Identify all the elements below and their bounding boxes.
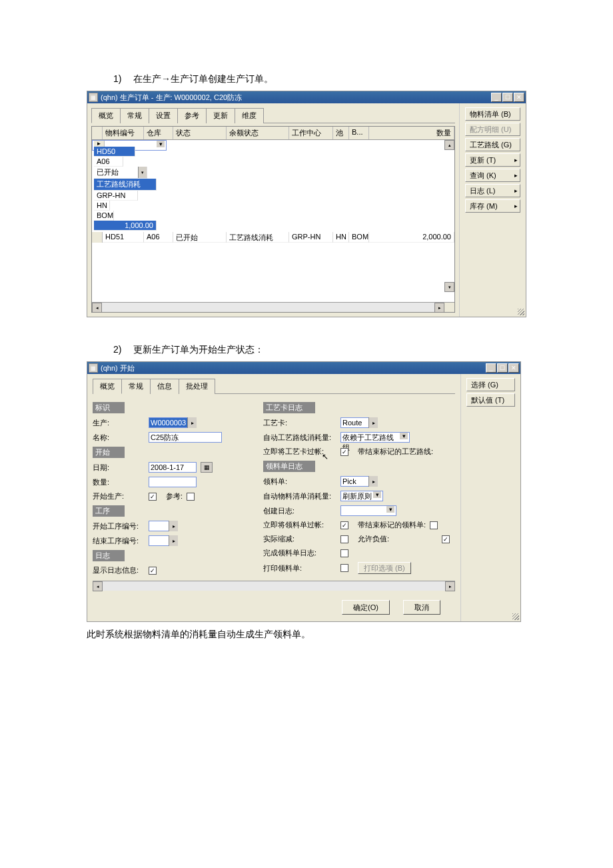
tab-general[interactable]: 常规 xyxy=(120,108,149,123)
col-workcenter[interactable]: 工作中心 xyxy=(289,127,333,139)
status-dropdown-icon[interactable]: ▾ xyxy=(138,167,147,178)
col-status[interactable]: 状态 xyxy=(173,127,227,139)
sec-routecard-label: 工艺卡日志 xyxy=(263,402,315,413)
sec-id-label: 标识 xyxy=(93,402,125,413)
qty-input[interactable] xyxy=(149,477,197,487)
route-label: 工艺卡: xyxy=(263,418,336,428)
side-update-button[interactable]: 更新 (T) xyxy=(465,153,520,167)
step-1-text: 1)在生产→生产订单创建生产订单。 xyxy=(87,73,526,85)
side-bom-button[interactable]: 物料清单 (B) xyxy=(465,107,520,121)
ref-checkbox[interactable] xyxy=(187,493,195,501)
window-title-1: (qhn) 生产订单 - 生产: W0000002, C20防冻 xyxy=(101,93,491,103)
scroll-down-icon[interactable]: ▾ xyxy=(444,282,454,292)
side-select-button[interactable]: 选择 (G) xyxy=(466,378,515,391)
tab-dimension[interactable]: 维度 xyxy=(235,108,264,123)
scroll-left-icon[interactable]: ◂ xyxy=(93,581,103,591)
lookup-icon[interactable]: ▸ xyxy=(187,417,197,428)
startprod-checkbox[interactable]: ✓ xyxy=(149,493,157,501)
createlog-label: 创建日志: xyxy=(263,506,336,516)
ok-button[interactable]: 确定(O) xyxy=(342,600,390,615)
grid-row-1[interactable]: HD51 A06 已开始 工艺路线消耗 GRP-HN HN BOM 2,000.… xyxy=(92,232,454,243)
neg-checkbox[interactable]: ✓ xyxy=(442,535,450,543)
print-options-button: 打印选项 (B) xyxy=(358,562,411,574)
close-button[interactable]: ✕ xyxy=(508,363,519,373)
tab-batch-2[interactable]: 批处理 xyxy=(179,379,215,394)
scroll-right-icon[interactable]: ▸ xyxy=(434,303,444,313)
side-route-button[interactable]: 工艺路线 (G) xyxy=(465,138,520,151)
side-default-button[interactable]: 默认值 (T) xyxy=(466,393,515,407)
tab-overview[interactable]: 概览 xyxy=(91,108,121,123)
sec-pick-label: 领料单日志 xyxy=(263,461,315,472)
tab-general-2[interactable]: 常规 xyxy=(121,379,151,394)
reduce-checkbox[interactable] xyxy=(340,535,348,543)
maximize-button[interactable]: ☐ xyxy=(502,93,513,102)
lookup-icon[interactable]: ▸ xyxy=(368,417,378,428)
lookup-icon[interactable]: ▸ xyxy=(368,476,378,487)
postcard-checkbox[interactable]: ✓ xyxy=(340,448,348,456)
window-icon: ▦ xyxy=(89,93,98,102)
minimize-button[interactable]: _ xyxy=(491,93,502,102)
print-checkbox[interactable] xyxy=(340,564,348,572)
ref-label: 参考: xyxy=(166,491,183,501)
side-formula-button: 配方明细 (U) xyxy=(465,123,520,136)
tab-overview-2[interactable]: 概览 xyxy=(93,379,122,394)
resize-grip-icon[interactable] xyxy=(512,613,519,620)
side-query-button[interactable]: 查询 (K) xyxy=(465,169,520,182)
tabs-2: 概览 常规 信息 批处理 xyxy=(93,378,455,394)
scroll-right-icon[interactable]: ▸ xyxy=(445,581,455,591)
tab-info-2[interactable]: 信息 xyxy=(150,379,179,394)
close-button[interactable]: ✕ xyxy=(514,93,524,102)
tab-setup[interactable]: 设置 xyxy=(149,108,178,123)
date-label: 日期: xyxy=(93,463,145,473)
col-warehouse[interactable]: 仓库 xyxy=(144,127,173,139)
complete-checkbox[interactable] xyxy=(340,549,348,557)
sec-start-label: 开始 xyxy=(93,447,125,458)
date-input[interactable] xyxy=(149,462,197,473)
showlog-label: 显示日志信息: xyxy=(93,565,145,575)
side-log-button[interactable]: 日志 (L) xyxy=(465,184,520,197)
col-bom[interactable]: B... xyxy=(349,127,369,139)
window-title-2: (qhn) 开始 xyxy=(101,363,486,373)
print-label: 打印领料单: xyxy=(263,563,336,573)
start-dialog-window: ▦ (qhn) 开始 _ ☐ ✕ 概览 常规 信息 批处理 标识 生产: xyxy=(87,361,521,622)
postpick-checkbox[interactable]: ✓ xyxy=(340,521,348,529)
cancel-button[interactable]: 取消 xyxy=(403,600,440,615)
lookup-icon[interactable]: ▸ xyxy=(169,535,178,546)
tab-update[interactable]: 更新 xyxy=(206,108,235,123)
autobom-select[interactable]: 刷新原则 xyxy=(340,491,383,501)
col-balance[interactable]: 余额状态 xyxy=(227,127,289,139)
side-stock-button[interactable]: 库存 (M) xyxy=(465,199,520,213)
calendar-icon[interactable]: ▦ xyxy=(201,462,213,473)
grid-row-0[interactable]: HD50 A06 已开始▾ 工艺路线消耗 GRP-HN HN BOM 1,000… xyxy=(92,140,167,151)
footer-text: 此时系统根据物料清单的消耗量自动生成生产领料单。 xyxy=(87,629,526,641)
col-material[interactable]: 物料编号 xyxy=(103,127,144,139)
sec-op-label: 工序 xyxy=(93,505,125,517)
lookup-icon[interactable]: ▸ xyxy=(169,521,178,531)
createlog-select[interactable] xyxy=(340,505,396,516)
name-label: 名称: xyxy=(93,433,145,443)
scroll-up-icon[interactable]: ▴ xyxy=(444,140,454,150)
tabs-1: 概览 常规 设置 参考 更新 维度 xyxy=(91,107,455,123)
showlog-checkbox[interactable]: ✓ xyxy=(149,567,157,575)
order-grid: 物料编号 仓库 状态 余额状态 工作中心 池 B... 数量 HD50 A06 … xyxy=(91,126,455,313)
col-pool[interactable]: 池 xyxy=(333,127,349,139)
opfrom-label: 开始工序编号: xyxy=(93,521,145,531)
autoroute-select[interactable]: 依赖于工艺路线组 xyxy=(340,432,410,443)
minimize-button[interactable]: _ xyxy=(486,363,496,373)
tab-reference[interactable]: 参考 xyxy=(177,108,207,123)
endroute-label: 带结束标记的工艺路线: xyxy=(358,447,433,457)
production-order-window: ▦ (qhn) 生产订单 - 生产: W0000002, C20防冻 _ ☐ ✕… xyxy=(87,91,526,317)
titlebar-1[interactable]: ▦ (qhn) 生产订单 - 生产: W0000002, C20防冻 _ ☐ ✕ xyxy=(87,91,526,103)
hscroll-track-2[interactable] xyxy=(103,581,445,591)
scroll-left-icon[interactable]: ◂ xyxy=(92,303,102,313)
endpick-checkbox[interactable] xyxy=(430,521,438,529)
maximize-button[interactable]: ☐ xyxy=(497,363,508,373)
name-input[interactable] xyxy=(149,432,222,443)
postcard-label: 立即将工艺卡过帐: xyxy=(263,447,336,457)
hscroll-track[interactable] xyxy=(102,303,434,312)
endpick-label: 带结束标记的领料单: xyxy=(358,520,426,530)
resize-grip-icon[interactable] xyxy=(518,309,524,315)
col-qty[interactable]: 数量 xyxy=(369,127,454,139)
sec-log-label: 日志 xyxy=(93,550,125,561)
titlebar-2[interactable]: ▦ (qhn) 开始 _ ☐ ✕ xyxy=(87,362,520,374)
